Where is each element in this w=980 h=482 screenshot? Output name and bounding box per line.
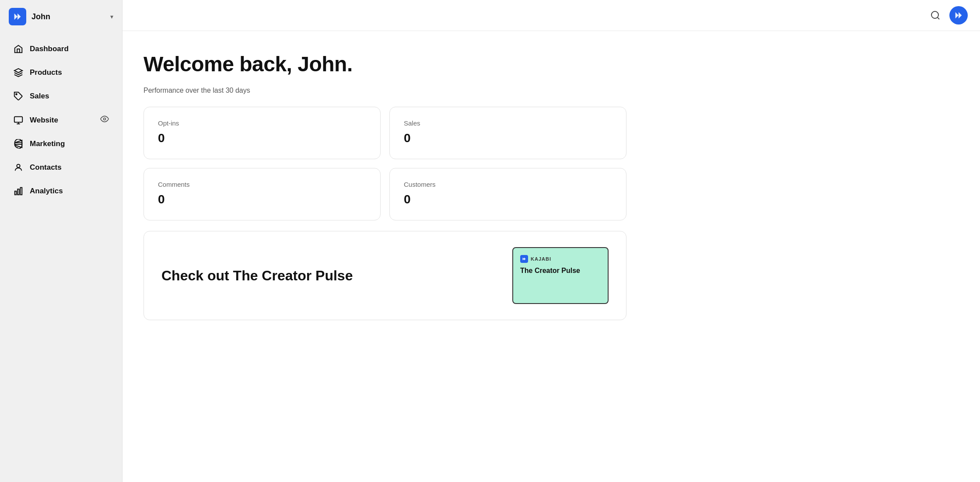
logo-box	[9, 8, 26, 25]
sidebar-user-name: John	[32, 12, 50, 21]
page-content: Welcome back, John. Performance over the…	[122, 31, 648, 341]
sidebar-item-analytics[interactable]: Analytics	[4, 180, 119, 203]
sidebar-item-label-products: Products	[30, 68, 62, 77]
sidebar-header[interactable]: John ▾	[0, 0, 122, 33]
sidebar-item-label-contacts: Contacts	[30, 163, 62, 172]
cube-icon	[13, 67, 24, 78]
svg-rect-4	[15, 191, 17, 195]
sidebar-item-marketing[interactable]: Marketing	[4, 133, 119, 155]
sidebar-item-contacts[interactable]: Contacts	[4, 156, 119, 179]
creator-pulse-section[interactable]: Check out The Creator Pulse KAJABI The C…	[144, 231, 626, 320]
stats-grid: Opt-ins 0 Sales 0 Comments 0 Customers 0	[144, 107, 626, 220]
stat-label-optins: Opt-ins	[158, 119, 366, 127]
stat-card-sales: Sales 0	[389, 107, 626, 159]
sidebar-item-dashboard[interactable]: Dashboard	[4, 38, 119, 60]
kajabi-logo-icon	[13, 12, 22, 21]
kajabi-logo-small	[520, 255, 528, 263]
svg-rect-1	[14, 116, 22, 122]
creator-pulse-title: Check out The Creator Pulse	[161, 268, 353, 284]
stat-value-customers: 0	[404, 192, 612, 206]
stat-value-comments: 0	[158, 192, 366, 206]
welcome-title: Welcome back, John.	[144, 52, 626, 76]
sidebar-item-sales[interactable]: Sales	[4, 85, 119, 108]
sidebar-item-label-dashboard: Dashboard	[30, 45, 69, 53]
kajabi-small-icon	[522, 257, 526, 261]
stat-label-sales: Sales	[404, 119, 612, 127]
performance-label: Performance over the last 30 days	[144, 87, 626, 94]
sidebar-nav: Dashboard Products Sales	[0, 33, 122, 207]
sidebar-item-products[interactable]: Products	[4, 61, 119, 84]
svg-point-0	[16, 94, 17, 95]
megaphone-icon	[13, 139, 24, 149]
person-icon	[13, 162, 24, 173]
main-content: Welcome back, John. Performance over the…	[122, 0, 980, 482]
svg-point-3	[17, 164, 20, 168]
sidebar-item-label-analytics: Analytics	[30, 187, 63, 196]
svg-rect-5	[18, 189, 19, 195]
stat-card-optins: Opt-ins 0	[144, 107, 381, 159]
stat-label-customers: Customers	[404, 181, 612, 188]
stat-value-sales: 0	[404, 131, 612, 145]
chevron-down-icon: ▾	[110, 13, 113, 20]
stat-value-optins: 0	[158, 131, 366, 145]
creator-pulse-preview: KAJABI The Creator Pulse	[512, 247, 609, 304]
svg-rect-6	[21, 188, 22, 195]
kajabi-brand-text: KAJABI	[531, 256, 551, 262]
stat-card-customers: Customers 0	[389, 168, 626, 220]
sidebar: John ▾ Dashboard Products	[0, 0, 122, 482]
svg-point-2	[104, 118, 106, 120]
monitor-icon	[13, 115, 24, 126]
kajabi-brand: KAJABI	[520, 255, 601, 263]
pulse-preview-title: The Creator Pulse	[520, 266, 601, 275]
svg-point-7	[931, 11, 938, 18]
stat-label-comments: Comments	[158, 181, 366, 188]
search-button[interactable]	[928, 8, 942, 22]
home-icon	[13, 44, 24, 54]
stat-card-comments: Comments 0	[144, 168, 381, 220]
sidebar-item-label-marketing: Marketing	[30, 140, 65, 148]
sidebar-item-website[interactable]: Website	[4, 108, 119, 132]
sidebar-item-label-website: Website	[30, 116, 58, 125]
topbar	[122, 0, 980, 31]
chart-icon	[13, 186, 24, 196]
user-avatar-button[interactable]	[949, 6, 968, 24]
eye-icon[interactable]	[100, 115, 109, 126]
kajabi-avatar-icon	[954, 10, 963, 20]
sidebar-item-label-sales: Sales	[30, 92, 49, 101]
tag-icon	[13, 91, 24, 101]
